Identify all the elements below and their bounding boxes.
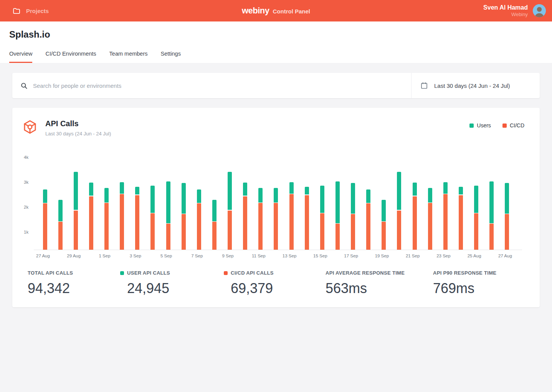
stacked-bar [505,183,509,250]
stacked-bar [397,172,401,250]
x-axis-tick: 23 Sep [436,254,450,258]
bar-segment-cicd [120,194,124,250]
bar-segment-users [212,200,217,221]
stacked-bar [413,183,417,250]
bar-segment-cicd [305,195,309,250]
x-axis-tick: 17 Sep [344,254,358,258]
bar-segment-cicd [197,203,201,250]
tab-cicd-environments[interactable]: CI/CD Environments [45,51,96,63]
stat-label: CI/CD API CALLS [224,270,326,276]
stacked-bar [274,188,278,250]
bar-segment-cicd [505,214,509,250]
x-axis-tick: 11 Sep [252,254,266,258]
bar-segment-cicd [212,222,217,250]
legend-users-swatch [469,124,474,128]
bar-segment-cicd [258,203,263,250]
bar-segment-users [443,182,448,193]
bar-segment-users [382,200,386,221]
bar-segment-users [397,172,401,210]
bar-segment-cicd [289,194,294,250]
cicd-dot-icon [224,271,228,275]
stacked-bar [212,200,217,250]
chart-plot-area: 1k2k3k4k [34,150,522,250]
bar-segment-users [43,189,47,203]
bar-segment-users [305,187,309,194]
bar-segment-cicd [428,203,432,250]
y-axis-tick: 4k [24,155,33,160]
stat-value: 69,379 [231,280,326,296]
bar-segment-cicd [489,224,494,250]
tab-bar: Overview CI/CD Environments Team members… [9,51,543,63]
search-icon [20,82,28,89]
bar-segment-cicd [58,222,63,250]
legend-cicd-label: CI/CD [510,122,524,128]
stacked-bar [74,172,78,250]
stacked-bar [258,188,263,250]
stats-row: TOTAL API CALLS 94,342 USER API CALLS 24… [28,270,524,296]
card-header: API Calls Last 30 days (24 Jun - 24 Jul)… [12,108,540,137]
projects-nav[interactable]: Projects [12,7,49,15]
stacked-bar [104,188,109,250]
search-area [12,73,411,98]
bar-segment-users [58,200,63,221]
bar-segment-users [428,188,432,203]
api-calls-card: API Calls Last 30 days (24 Jun - 24 Jul)… [12,108,540,307]
x-axis-tick: 27 Aug [36,254,50,258]
tab-team-members[interactable]: Team members [109,51,148,63]
stat-value: 563ms [326,280,433,296]
x-axis-tick: 29 Aug [67,254,81,258]
legend-users-label: Users [477,122,491,128]
stacked-bar [135,187,139,250]
bar-segment-cicd [413,196,417,250]
x-axis-tick: 21 Sep [406,254,420,258]
bar-segment-cicd [228,211,232,250]
api-calls-chart: 1k2k3k4k 27 Aug29 Aug1 Sep3 Sep5 Sep7 Se… [34,150,522,262]
page-title: Splash.io [9,21,543,40]
stacked-bar [335,181,340,250]
stacked-bar [474,186,478,250]
stat-cicd-api-calls: CI/CD API CALLS 69,379 [224,270,326,296]
tab-settings[interactable]: Settings [161,51,181,63]
stacked-bar [228,172,232,250]
stacked-bar [382,200,386,250]
bar-segment-users [351,183,355,213]
bar-segment-cicd [74,211,78,250]
bar-segment-users [135,187,139,194]
bar-segment-users [274,188,278,203]
search-input[interactable] [33,82,403,89]
user-avatar[interactable] [533,4,546,17]
legend-users: Users [469,122,491,128]
bar-segment-users [335,181,340,223]
search-toolbar: Last 30 days (24 Jun - 24 Jul) [12,73,540,98]
bar-segment-users [366,189,370,203]
stat-value: 769ms [433,280,496,296]
stat-label: USER API CALLS [120,270,224,276]
bar-segment-users [89,183,93,196]
bar-segment-cicd [397,211,401,250]
stat-value: 24,945 [127,280,224,296]
bar-segment-users [459,187,463,194]
stacked-bar [305,187,309,250]
legend-cicd-swatch [502,124,507,128]
date-range-label: Last 30 days (24 Jun - 24 Jul) [434,82,510,89]
bar-segment-users [258,188,263,203]
stacked-bar [289,182,294,250]
bar-segment-users [197,189,201,203]
bar-segment-cicd [243,196,247,250]
chart-x-axis-labels: 27 Aug29 Aug1 Sep3 Sep5 Sep7 Sep9 Sep11 … [34,250,522,262]
stacked-bar [489,181,494,250]
projects-folder-icon [12,7,21,15]
stat-total-api-calls: TOTAL API CALLS 94,342 [28,270,120,296]
stacked-bar [320,186,324,250]
stacked-bar [459,187,463,250]
bar-segment-cicd [474,213,478,250]
tab-overview[interactable]: Overview [9,51,32,63]
user-menu[interactable]: Sven Al Hamad Webiny [483,4,546,18]
stacked-bar [366,189,370,250]
legend-cicd: CI/CD [502,122,524,128]
bar-segment-users [289,182,294,193]
users-dot-icon [120,271,124,275]
chart-title: API Calls [45,119,111,128]
date-range-picker[interactable]: Last 30 days (24 Jun - 24 Jul) [412,73,540,98]
stacked-bar [351,183,355,250]
